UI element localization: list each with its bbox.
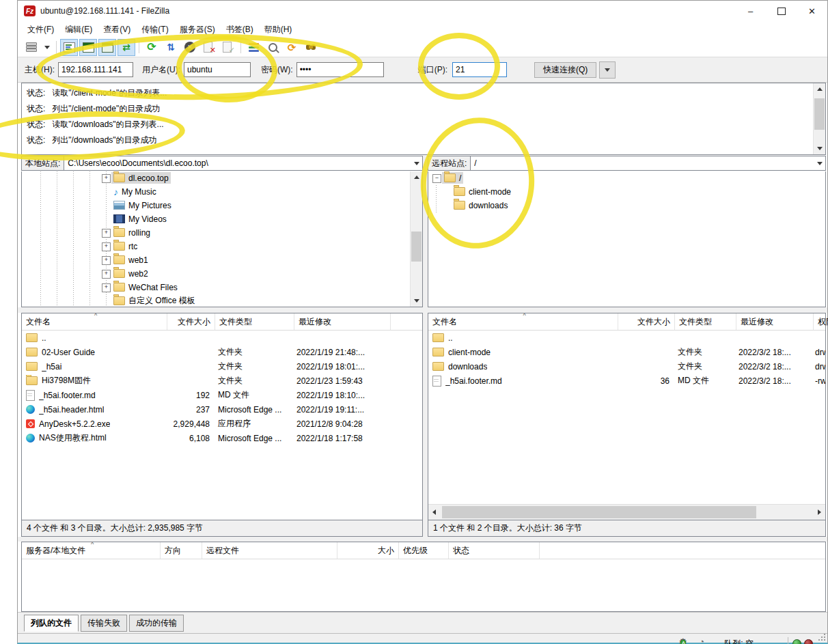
local-tree-item[interactable]: +rolling bbox=[22, 226, 422, 240]
site-manager-dropdown-icon[interactable] bbox=[42, 39, 53, 56]
menu-item-0[interactable]: 文件(F) bbox=[22, 22, 59, 38]
local-tree-item[interactable]: +web1 bbox=[22, 253, 422, 267]
column-header-5[interactable]: 状态 bbox=[449, 542, 540, 559]
column-header-0[interactable]: 文件名^ bbox=[428, 313, 618, 330]
file-row[interactable]: 02-User Guide文件夹2022/1/19 21:48:... bbox=[22, 345, 422, 359]
remote-tree-item[interactable]: downloads bbox=[428, 199, 825, 212]
log-scrollbar-thumb[interactable] bbox=[814, 98, 825, 130]
local-tree-item[interactable]: ♪My Music bbox=[22, 185, 422, 199]
local-tree-item[interactable]: +dl.ecoo.top bbox=[22, 171, 422, 185]
minimize-button[interactable]: – bbox=[735, 1, 766, 21]
local-tree-item[interactable]: My Pictures bbox=[22, 199, 422, 212]
file-row[interactable]: _h5ai.footer.md36MD 文件2022/3/2 18:...-rw… bbox=[428, 374, 825, 388]
expand-plus-icon[interactable]: + bbox=[102, 283, 111, 292]
reconnect-icon[interactable]: ✓ bbox=[219, 39, 237, 56]
find-files-icon[interactable] bbox=[302, 39, 320, 56]
file-row[interactable]: .. bbox=[22, 331, 422, 345]
menu-item-2[interactable]: 查看(V) bbox=[98, 22, 136, 38]
menu-item-6[interactable]: 帮助(H) bbox=[259, 22, 298, 38]
toggle-transfer-queue-icon[interactable]: ⇄ bbox=[118, 39, 135, 56]
horizontal-splitter[interactable] bbox=[18, 537, 827, 542]
scroll-left-icon[interactable] bbox=[428, 505, 440, 520]
password-input[interactable] bbox=[296, 62, 384, 77]
scroll-right-icon[interactable] bbox=[814, 505, 825, 520]
local-tree-item[interactable]: My Videos bbox=[22, 212, 422, 226]
column-header-0[interactable]: 服务器/本地文件^ bbox=[22, 542, 161, 559]
tree-item-1[interactable]: client-mode bbox=[452, 186, 513, 197]
remote-tree-item[interactable]: −/ bbox=[428, 171, 825, 185]
expand-plus-icon[interactable]: + bbox=[102, 256, 111, 265]
remote-hscrollbar-thumb[interactable] bbox=[442, 506, 756, 518]
column-header-1[interactable]: 方向 bbox=[161, 542, 202, 559]
menu-item-5[interactable]: 书签(B) bbox=[221, 22, 259, 38]
local-tree-item[interactable]: +WeChat Files bbox=[22, 281, 422, 294]
tree-item-0[interactable]: / bbox=[442, 172, 463, 184]
scroll-down-icon[interactable] bbox=[814, 143, 825, 154]
column-header-2[interactable]: 远程文件 bbox=[202, 542, 337, 559]
queue-tab-2[interactable]: 成功的传输 bbox=[129, 615, 184, 632]
column-header-3[interactable]: 最近修改 bbox=[294, 313, 391, 330]
file-row[interactable]: _h5ai.header.html237Microsoft Edge ...20… bbox=[22, 402, 422, 417]
file-row[interactable]: Hi3798M固件文件夹2022/1/23 1:59:43 bbox=[22, 374, 422, 388]
username-input[interactable] bbox=[184, 62, 251, 77]
tree-item-5[interactable]: rtc bbox=[111, 240, 139, 252]
local-tree-item[interactable]: 自定义 Office 模板 bbox=[22, 294, 422, 307]
queue-tab-1[interactable]: 传输失败 bbox=[81, 615, 127, 632]
tree-item-0[interactable]: dl.ecoo.top bbox=[111, 172, 171, 184]
local-site-combobox[interactable]: C:\Users\ecoo\Documents\dl.ecoo.top\ bbox=[64, 156, 423, 171]
speed-limit-icon[interactable]: ◔ bbox=[699, 637, 704, 644]
process-queue-icon[interactable]: ⇅ bbox=[162, 39, 180, 56]
tree-item-2[interactable]: downloads bbox=[452, 199, 510, 211]
tree-item-8[interactable]: WeChat Files bbox=[111, 281, 180, 293]
column-header-3[interactable]: 大小 bbox=[337, 542, 399, 559]
tree-item-4[interactable]: rolling bbox=[111, 227, 152, 238]
local-tree-scrollbar[interactable] bbox=[410, 171, 422, 307]
file-row[interactable]: _h5ai.footer.md192MD 文件2022/1/19 18:10:.… bbox=[22, 388, 422, 402]
tree-item-7[interactable]: web2 bbox=[111, 268, 150, 279]
port-input[interactable] bbox=[452, 62, 507, 77]
expand-plus-icon[interactable]: + bbox=[102, 242, 111, 251]
local-tree-item[interactable]: +rtc bbox=[22, 240, 422, 253]
column-header-0[interactable]: 文件名^ bbox=[22, 313, 167, 330]
scroll-up-icon[interactable] bbox=[814, 83, 825, 95]
vertical-splitter[interactable] bbox=[423, 313, 428, 537]
file-row[interactable]: .. bbox=[428, 331, 825, 345]
column-header-4[interactable]: 权限 bbox=[814, 313, 828, 330]
expand-plus-icon[interactable]: + bbox=[102, 270, 111, 279]
host-input[interactable] bbox=[58, 62, 133, 77]
synchronized-browsing-icon[interactable]: ⟳ bbox=[283, 39, 301, 56]
tree-item-3[interactable]: My Videos bbox=[111, 213, 169, 225]
auto-transfer-mode-icon[interactable]: ⚙A bbox=[678, 637, 687, 644]
menu-item-1[interactable]: 编辑(E) bbox=[59, 22, 98, 38]
local-tree-item[interactable]: +web2 bbox=[22, 267, 422, 281]
toggle-message-log-icon[interactable] bbox=[60, 39, 78, 56]
filter-icon[interactable] bbox=[245, 39, 262, 56]
site-manager-icon[interactable] bbox=[23, 39, 40, 56]
cancel-icon[interactable]: ✕ bbox=[181, 39, 199, 56]
tree-item-1[interactable]: ♪My Music bbox=[111, 186, 158, 197]
refresh-icon[interactable]: ⟳ bbox=[143, 39, 161, 56]
column-header-2[interactable]: 文件类型 bbox=[215, 313, 294, 330]
column-header-1[interactable]: 文件大小 bbox=[618, 313, 675, 330]
toggle-remote-tree-icon[interactable] bbox=[98, 39, 116, 56]
file-row[interactable]: NAS使用教程.html6,108Microsoft Edge ...2022/… bbox=[22, 431, 422, 445]
tree-item-6[interactable]: web1 bbox=[111, 254, 150, 266]
file-row[interactable]: _h5ai文件夹2022/1/19 18:01:... bbox=[22, 359, 422, 374]
quickconnect-button[interactable]: 快速连接(Q) bbox=[534, 62, 596, 78]
quickconnect-dropdown[interactable] bbox=[599, 61, 616, 79]
menu-item-4[interactable]: 服务器(S) bbox=[174, 22, 221, 38]
scroll-up-icon[interactable] bbox=[411, 171, 422, 183]
expand-plus-icon[interactable]: + bbox=[102, 174, 111, 183]
column-header-2[interactable]: 文件类型 bbox=[675, 313, 736, 330]
toggle-local-tree-icon[interactable] bbox=[79, 39, 97, 56]
remote-horizontal-scrollbar[interactable] bbox=[428, 504, 825, 520]
maximize-button[interactable] bbox=[766, 1, 797, 21]
file-row[interactable]: client-mode文件夹2022/3/2 18:...drwxr-xr-x bbox=[428, 345, 825, 359]
menu-item-3[interactable]: 传输(T) bbox=[136, 22, 174, 38]
vertical-splitter[interactable] bbox=[423, 155, 428, 307]
resize-grip[interactable] bbox=[818, 634, 825, 641]
close-button[interactable]: ✕ bbox=[797, 1, 827, 21]
file-row[interactable]: AnyDesk+5.2.2.exe2,929,448应用程序2021/12/8 … bbox=[22, 417, 422, 431]
remote-site-combobox[interactable]: / bbox=[471, 156, 826, 171]
scroll-down-icon[interactable] bbox=[411, 295, 422, 307]
